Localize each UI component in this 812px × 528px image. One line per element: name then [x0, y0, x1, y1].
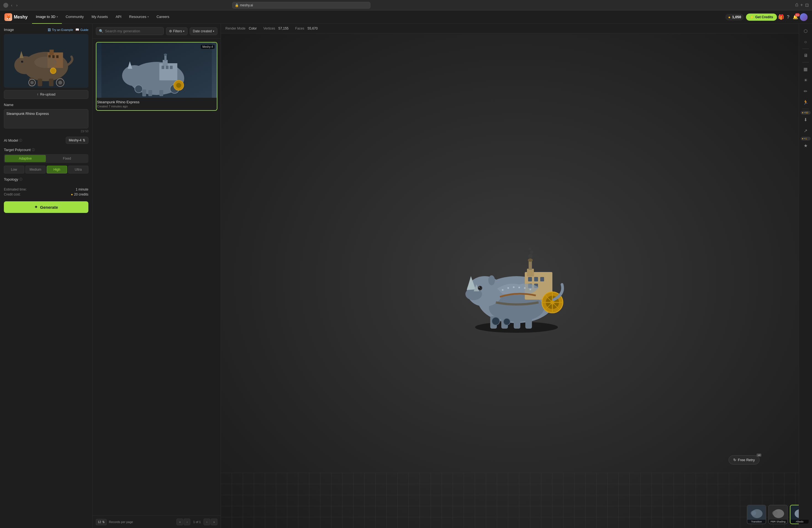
search-input-wrap: 🔍	[96, 27, 164, 35]
nav-api-label: API	[116, 15, 121, 19]
coin-amount: 1,050	[732, 15, 741, 19]
filters-button[interactable]: ⚙ Filters ▾	[166, 27, 188, 35]
sphere-view-button[interactable]: ○	[801, 37, 811, 47]
svg-point-67	[518, 287, 520, 288]
svg-rect-79	[514, 317, 520, 328]
download-button[interactable]: ⬇	[801, 115, 811, 124]
svg-point-28	[135, 85, 143, 93]
grid-icon: ▦	[803, 67, 808, 72]
free-retry-button[interactable]: ↻ Free Retry x4	[729, 455, 759, 465]
notifications-button[interactable]: 🔔 11	[791, 13, 800, 21]
credit-coin-icon: ●	[71, 192, 73, 196]
star-badge-wrap: ● +1 ★	[801, 137, 811, 150]
adaptive-button[interactable]: Adaptive	[5, 155, 46, 162]
help-button[interactable]: ?	[785, 14, 791, 21]
grid-button[interactable]: ▦	[801, 64, 811, 74]
date-chevron-icon: ▾	[213, 30, 214, 33]
topology-info-icon[interactable]: ⓘ	[19, 177, 23, 181]
cube-view-button[interactable]: ⬡	[801, 26, 811, 36]
tabs-icon[interactable]: ⊡	[805, 2, 809, 8]
transition-label: Transition	[748, 520, 766, 524]
pagination-nav: « ‹ 1 of 1 › »	[176, 518, 217, 525]
first-page-button[interactable]: «	[176, 518, 183, 525]
high-quality-button[interactable]: High	[47, 166, 67, 173]
nav-my-assets-label: My Assets	[91, 15, 108, 19]
nav-careers[interactable]: Careers	[153, 11, 173, 24]
search-input[interactable]	[105, 29, 161, 33]
generation-card[interactable]: Meshy-4 Steampunk Rhino Express Created …	[96, 42, 217, 111]
ultra-quality-button[interactable]: Ultra	[68, 166, 89, 173]
user-avatar[interactable]	[800, 13, 808, 21]
next-page-button[interactable]: ›	[204, 518, 210, 525]
notification-badge: 11	[795, 13, 800, 17]
prev-page-button[interactable]: ‹	[184, 518, 190, 525]
download-credits-value: +50	[804, 111, 808, 114]
nav-image-to-3d[interactable]: Image to 3D ▾	[32, 11, 62, 24]
app-logo[interactable]: 🦊 Meshy	[4, 13, 28, 21]
name-input[interactable]: Steampunk Rhino Express	[4, 109, 88, 128]
svg-point-81	[492, 317, 499, 325]
topology-section: Topology ⓘ	[4, 177, 88, 181]
polycount-title: Target Polycount	[4, 148, 31, 152]
ai-model-info-icon[interactable]: ⓘ	[19, 138, 22, 143]
polycount-section: Target Polycount ⓘ Adaptive Fixed Low Me…	[4, 148, 88, 173]
medium-quality-button[interactable]: Medium	[25, 166, 46, 173]
date-created-label: Date created	[193, 29, 212, 33]
upload-icon: ↑	[37, 92, 39, 97]
svg-rect-9	[49, 79, 53, 86]
svg-point-68	[524, 287, 526, 289]
svg-rect-54	[528, 277, 532, 281]
sun-button[interactable]: ☀	[801, 75, 811, 85]
last-page-button[interactable]: »	[211, 518, 217, 525]
sidebar-toggle[interactable]: ⊞	[3, 3, 8, 8]
fixed-button[interactable]: Fixed	[46, 155, 88, 162]
nav-resources[interactable]: Resources ▾	[126, 11, 153, 24]
coins-display[interactable]: ● 1,050	[725, 14, 744, 20]
viewport[interactable]: ↻ Free Retry x4 Transition	[221, 33, 812, 528]
try-example-link[interactable]: 🖼 Try an Example	[48, 28, 73, 31]
gift-button[interactable]: 🎁	[777, 14, 785, 21]
share-button[interactable]: ↗	[801, 126, 811, 136]
svg-rect-19	[56, 55, 59, 58]
url-bar[interactable]: 🔒 meshy.ai	[232, 2, 371, 9]
retry-icon: ↻	[733, 458, 736, 462]
figure-button[interactable]: 🏃	[801, 97, 811, 107]
forward-button[interactable]: ›	[15, 2, 19, 8]
nav-community[interactable]: Community	[62, 11, 88, 24]
svg-rect-34	[170, 66, 173, 69]
paint-icon: ✏	[804, 89, 807, 94]
faces-value: 55,670	[307, 27, 318, 30]
low-quality-button[interactable]: Low	[4, 166, 24, 173]
ai-model-section: AI Model ⓘ Meshy-4 ⇅	[4, 137, 88, 144]
favorite-button[interactable]: ★	[801, 141, 811, 150]
records-per-page-select[interactable]: 12 ⇅	[96, 519, 106, 525]
sidebar-divider-1	[802, 48, 809, 49]
cube-icon: ⬡	[804, 28, 808, 34]
filter-chevron-icon: ▾	[183, 30, 185, 33]
date-created-button[interactable]: Date created ▾	[190, 27, 217, 35]
pbr-shading-thumbnail[interactable]: PBR Shading	[768, 505, 788, 524]
reupload-button[interactable]: ↑ Re-upload	[4, 90, 88, 99]
svg-point-66	[513, 287, 514, 288]
svg-point-88	[772, 511, 778, 516]
get-credits-label: Get Credits	[755, 15, 773, 19]
monitor-button[interactable]: 🖥	[801, 50, 811, 60]
model-select-chevron: ⇅	[83, 138, 85, 142]
back-button[interactable]: ‹	[10, 2, 14, 8]
polycount-info-icon[interactable]: ⓘ	[32, 148, 35, 152]
share-browser-icon[interactable]: ⎙	[795, 2, 798, 8]
image-section: Image 🖼 Try an Example 📖 Guide	[4, 28, 88, 99]
nav-api[interactable]: API	[112, 11, 126, 24]
guide-link[interactable]: 📖 Guide	[75, 28, 88, 31]
new-tab-icon[interactable]: +	[800, 2, 803, 8]
generate-button[interactable]: ✦ Generate	[4, 201, 88, 213]
svg-rect-16	[49, 50, 54, 55]
get-credits-button[interactable]: ⚡ Get Credits	[746, 14, 777, 21]
transition-thumbnail[interactable]: Transition	[747, 505, 766, 524]
nav-my-assets[interactable]: My Assets	[88, 11, 112, 24]
estimated-time-row: Estimated time: 1 minute	[4, 188, 88, 191]
ai-model-select[interactable]: Meshy-4 ⇅	[66, 137, 88, 144]
download-badge-wrap: ● +50 ⬇	[801, 111, 811, 124]
generation-card-info: Steampunk Rhino Express Created 7 minute…	[97, 98, 217, 110]
paint-button[interactable]: ✏	[801, 86, 811, 96]
